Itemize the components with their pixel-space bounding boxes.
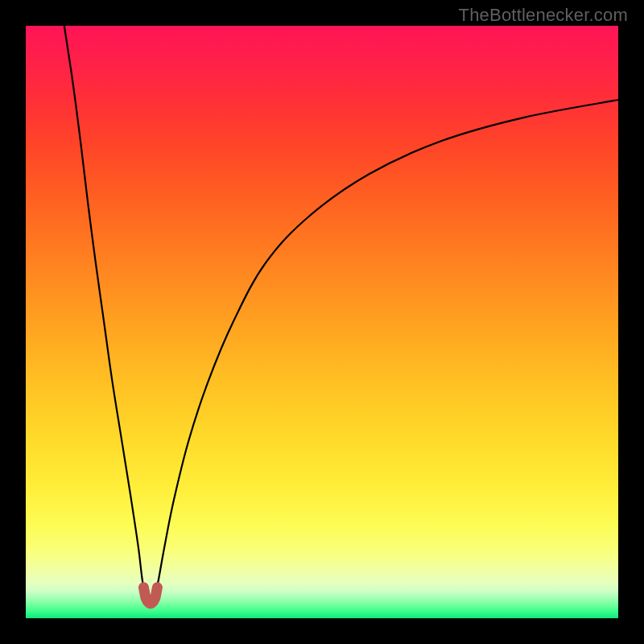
curve-layer: [26, 26, 618, 618]
chart-frame: TheBottlenecker.com: [0, 0, 644, 644]
plot-area: [26, 26, 618, 618]
bottleneck-curve: [64, 26, 618, 604]
watermark-text: TheBottlenecker.com: [459, 5, 628, 26]
highlight-u-marker: [143, 588, 157, 604]
